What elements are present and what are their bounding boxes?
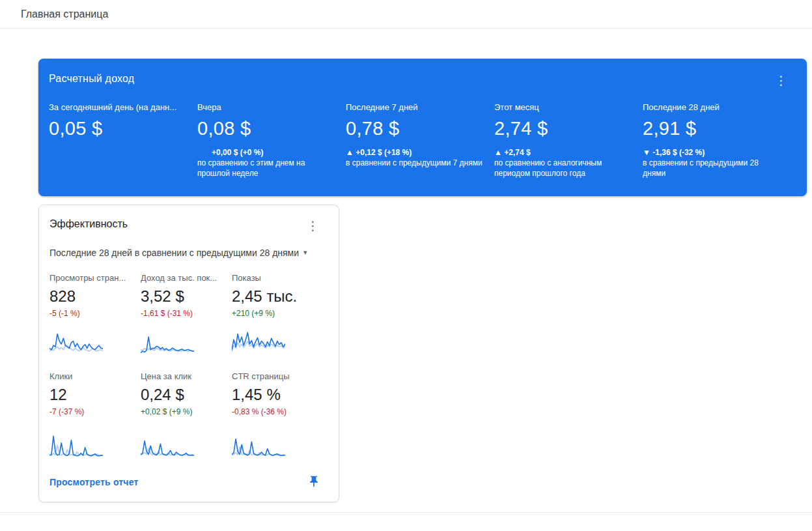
earnings-period-label: За сегодняшний день (на данн... — [49, 102, 189, 112]
earnings-column-last-28-days: Последние 28 дней 2,91 $ ▼ -1,36 $ (-32 … — [643, 102, 791, 179]
earnings-value: 2,91 $ — [643, 118, 783, 139]
metric-label: CTR страницы — [232, 371, 323, 381]
earnings-column-yesterday: Вчера 0,08 $ +0,00 $ (+0 %) по сравнению… — [197, 102, 346, 179]
period-selector-dropdown[interactable]: Последние 28 дней в сравнении с предыдущ… — [49, 248, 307, 258]
metric-label: Показы — [232, 273, 323, 283]
earnings-column-today: За сегодняшний день (на данн... 0,05 $ — [49, 102, 197, 179]
pin-icon — [307, 475, 320, 488]
metric-delta: -7 (-37 %) — [49, 407, 141, 416]
sparkline-chart — [49, 427, 103, 458]
metric-delta: -5 (-1 %) — [49, 309, 141, 318]
earnings-note: по сравнению с аналогичным периодом прош… — [494, 158, 631, 179]
pin-button[interactable] — [305, 474, 323, 491]
earnings-value: 0,08 $ — [197, 118, 338, 139]
metrics-grid: Просмотры стран... 828 -5 (-1 %) Доход з… — [49, 273, 323, 461]
sparkline-chart — [232, 427, 285, 458]
metric-value: 828 — [49, 287, 141, 306]
metric-value: 3,52 $ — [141, 287, 232, 306]
estimated-earnings-card: Расчетный доход ⋮ За сегодняшний день (н… — [38, 59, 807, 196]
kebab-menu-icon[interactable]: ⋮ — [303, 218, 323, 233]
period-selector-label: Последние 28 дней в сравнении с предыдущ… — [49, 248, 299, 258]
metric-delta: +0,02 $ (+9 %) — [141, 407, 232, 416]
metric-page-views: Просмотры стран... 828 -5 (-1 %) — [49, 273, 141, 362]
metric-value: 1,45 % — [232, 386, 323, 404]
earnings-column-last-7-days: Последние 7 дней 0,78 $ ▲ +0,12 $ (+18 %… — [346, 102, 494, 179]
earnings-note: в сравнении с предыдущими 28 днями — [643, 158, 779, 179]
sparkline-chart — [49, 328, 103, 360]
performance-card-title: Эффективность — [49, 218, 128, 230]
metric-impressions: Показы 2,45 тыс. +210 (+9 %) — [232, 273, 323, 362]
earnings-period-label: Вчера — [197, 102, 338, 112]
chevron-down-icon: ▾ — [303, 248, 307, 257]
metric-clicks: Клики 12 -7 (-37 %) — [49, 371, 141, 461]
earnings-note: в сравнении с предыдущими 7 днями — [346, 158, 483, 169]
earnings-delta: ▼ -1,36 $ (-32 %) — [643, 148, 783, 157]
view-report-link[interactable]: Просмотреть отчет — [49, 477, 139, 487]
main-content: Расчетный доход ⋮ За сегодняшний день (н… — [38, 59, 807, 502]
bottom-divider — [0, 512, 812, 513]
earnings-period-label: Этот месяц — [494, 102, 635, 112]
top-bar: Главная страница — [0, 0, 812, 29]
earnings-value: 2,74 $ — [494, 118, 635, 139]
metric-cpc: Цена за клик 0,24 $ +0,02 $ (+9 %) — [141, 371, 232, 461]
earnings-value: 0,05 $ — [49, 118, 189, 139]
earnings-value: 0,78 $ — [346, 118, 486, 139]
metric-label: Цена за клик — [141, 371, 232, 381]
earnings-card-title: Расчетный доход — [49, 73, 134, 85]
metric-label: Клики — [49, 371, 141, 381]
page-title: Главная страница — [21, 8, 108, 20]
earnings-column-this-month: Этот месяц 2,74 $ ▲ +2,74 $ по сравнению… — [494, 102, 643, 179]
metric-value: 2,45 тыс. — [232, 287, 323, 306]
performance-card: Эффективность ⋮ Последние 28 дней в срав… — [38, 205, 339, 502]
sparkline-chart — [141, 328, 194, 360]
metric-delta: +210 (+9 %) — [232, 309, 323, 318]
metric-delta: -0,83 % (-36 %) — [232, 407, 323, 416]
metric-page-ctr: CTR страницы 1,45 % -0,83 % (-36 %) — [232, 371, 323, 461]
earnings-note: по сравнению с этим днем на прошлой неде… — [197, 158, 334, 179]
earnings-columns: За сегодняшний день (на данн... 0,05 $ В… — [49, 102, 791, 179]
earnings-period-label: Последние 7 дней — [346, 102, 486, 112]
metric-delta: -1,61 $ (-31 %) — [141, 309, 232, 318]
earnings-delta: ▲ +2,74 $ — [494, 148, 635, 157]
metric-label: Доход за тыс. пок... — [141, 273, 232, 283]
metric-value: 12 — [49, 386, 141, 404]
earnings-delta: ▲ +0,12 $ (+18 %) — [346, 148, 486, 157]
kebab-menu-icon[interactable]: ⋮ — [771, 73, 791, 88]
sparkline-chart — [232, 328, 285, 360]
metric-rpm: Доход за тыс. пок... 3,52 $ -1,61 $ (-31… — [141, 273, 232, 362]
sparkline-chart — [141, 427, 194, 458]
earnings-delta — [49, 148, 189, 157]
earnings-period-label: Последние 28 дней — [643, 102, 783, 112]
metric-label: Просмотры стран... — [49, 273, 141, 283]
metric-value: 0,24 $ — [141, 386, 232, 404]
earnings-delta: +0,00 $ (+0 %) — [197, 148, 338, 157]
